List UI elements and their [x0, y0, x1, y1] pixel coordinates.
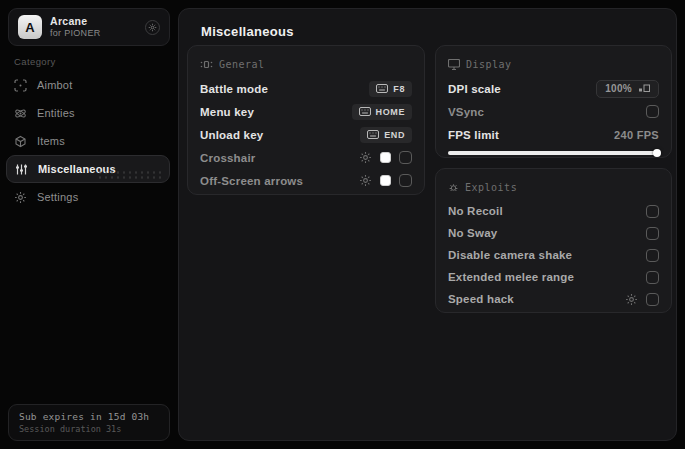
setting-label: Off-Screen arrows: [200, 175, 303, 187]
no-sway-checkbox[interactable]: [646, 227, 659, 240]
offscreen-options-gear-icon[interactable]: [359, 174, 372, 187]
fps-limit-slider[interactable]: [448, 151, 659, 155]
session-duration-text: Session duration 31s: [19, 424, 159, 434]
sidebar-item-miscellaneous[interactable]: Miscellaneous: [6, 155, 170, 183]
setting-row-battle-mode: Battle mode F8: [200, 77, 412, 100]
account-settings-icon[interactable]: [145, 20, 160, 35]
crosshair-options-gear-icon[interactable]: [359, 151, 372, 164]
setting-label: Crosshair: [200, 152, 256, 164]
app-window: A Arcane for PIONER Category: [0, 0, 685, 449]
general-header-label: General: [219, 59, 265, 70]
page-title: Miscellaneous: [201, 24, 294, 39]
setting-label: Speed hack: [448, 293, 514, 305]
fps-slider-knob[interactable]: [653, 149, 661, 157]
setting-label: Unload key: [200, 129, 263, 141]
setting-row-offscreen-arrows: Off-Screen arrows: [200, 169, 412, 192]
sliders-icon: [15, 163, 28, 176]
sidebar-item-settings[interactable]: Settings: [0, 183, 176, 211]
setting-row-extended-melee-range: Extended melee range: [448, 266, 659, 288]
scale-squares-icon: [638, 84, 650, 93]
setting-label: Disable camera shake: [448, 249, 572, 261]
atom-icon: [14, 107, 27, 120]
app-name: Arcane: [50, 15, 101, 28]
keyboard-icon: [376, 84, 388, 93]
display-card: Display DPI scale 100% VSync: [435, 45, 672, 158]
setting-label: Menu key: [200, 106, 254, 118]
category-nav: Aimbot Entities: [0, 71, 176, 211]
vsync-checkbox[interactable]: [646, 105, 659, 118]
setting-row-no-sway: No Sway: [448, 222, 659, 244]
sidebar-item-label: Settings: [37, 191, 78, 203]
sidebar-item-aimbot[interactable]: Aimbot: [0, 71, 176, 99]
sidebar: A Arcane for PIONER Category: [0, 0, 176, 449]
gear-icon: [14, 191, 27, 204]
offscreen-color-swatch[interactable]: [380, 175, 391, 186]
package-icon: [14, 135, 27, 148]
offscreen-checkbox[interactable]: [399, 174, 412, 187]
category-label: Category: [14, 56, 56, 67]
keybind-value: F8: [393, 84, 405, 94]
dots-texture: [97, 170, 163, 179]
setting-label: FPS limit: [448, 129, 499, 141]
setting-label: VSync: [448, 106, 484, 118]
subscription-card: Sub expires in 15d 03h Session duration …: [8, 404, 170, 441]
display-header-label: Display: [466, 59, 512, 70]
keybind-button-unload-key[interactable]: END: [360, 127, 412, 143]
setting-label: Extended melee range: [448, 271, 574, 283]
melee-range-checkbox[interactable]: [646, 271, 659, 284]
general-header: General: [200, 55, 412, 73]
general-card: General Battle mode F8 Menu key: [187, 45, 425, 195]
setting-row-speed-hack: Speed hack: [448, 288, 659, 310]
app-subtitle: for PIONER: [50, 28, 101, 39]
exploits-header: Exploits: [448, 178, 659, 196]
bug-icon: [448, 182, 459, 193]
setting-label: No Recoil: [448, 205, 503, 217]
fps-slider-fill: [448, 151, 659, 155]
setting-row-vsync: VSync: [448, 100, 659, 123]
exploits-header-label: Exploits: [465, 182, 517, 193]
setting-row-crosshair: Crosshair: [200, 146, 412, 169]
sidebar-item-entities[interactable]: Entities: [0, 99, 176, 127]
exploits-card: Exploits No Recoil No Sway Disable camer…: [435, 168, 672, 313]
keybind-value: END: [384, 130, 405, 140]
setting-row-disable-camera-shake: Disable camera shake: [448, 244, 659, 266]
keyboard-icon: [367, 130, 379, 139]
setting-label: DPI scale: [448, 83, 501, 95]
setting-row-unload-key: Unload key END: [200, 123, 412, 146]
monitor-icon: [448, 59, 460, 70]
brand-text: Arcane for PIONER: [50, 15, 101, 39]
sub-expiry-text: Sub expires in 15d 03h: [19, 411, 159, 422]
display-header: Display: [448, 55, 659, 73]
dpi-scale-value: 100%: [605, 83, 632, 94]
dpi-scale-selector[interactable]: 100%: [596, 80, 659, 98]
setting-row-menu-key: Menu key HOME: [200, 100, 412, 123]
keyboard-icon: [359, 107, 371, 116]
sidebar-item-label: Aimbot: [37, 79, 72, 91]
brand-card: A Arcane for PIONER: [8, 8, 170, 46]
setting-row-fps-limit: FPS limit 240 FPS: [448, 123, 659, 146]
setting-row-dpi-scale: DPI scale 100%: [448, 77, 659, 100]
setting-label: Battle mode: [200, 83, 268, 95]
speed-hack-checkbox[interactable]: [646, 293, 659, 306]
keybind-button-battle-mode[interactable]: F8: [369, 81, 412, 97]
main-panel: Miscellaneous General Battle mode: [178, 8, 677, 441]
sidebar-item-label: Entities: [37, 107, 75, 119]
keybind-value: HOME: [376, 107, 405, 117]
no-recoil-checkbox[interactable]: [646, 205, 659, 218]
camera-shake-checkbox[interactable]: [646, 249, 659, 262]
speed-hack-options-gear-icon[interactable]: [625, 293, 638, 306]
app-logo: A: [18, 15, 42, 39]
panel-grid-icon: [200, 60, 213, 69]
crosshair-color-swatch[interactable]: [380, 152, 391, 163]
sidebar-item-label: Items: [37, 135, 65, 147]
fps-limit-value: 240 FPS: [614, 129, 659, 141]
scan-target-icon: [14, 79, 27, 92]
setting-row-no-recoil: No Recoil: [448, 200, 659, 222]
sidebar-item-items[interactable]: Items: [0, 127, 176, 155]
setting-label: No Sway: [448, 227, 497, 239]
keybind-button-menu-key[interactable]: HOME: [352, 104, 412, 120]
crosshair-checkbox[interactable]: [399, 151, 412, 164]
